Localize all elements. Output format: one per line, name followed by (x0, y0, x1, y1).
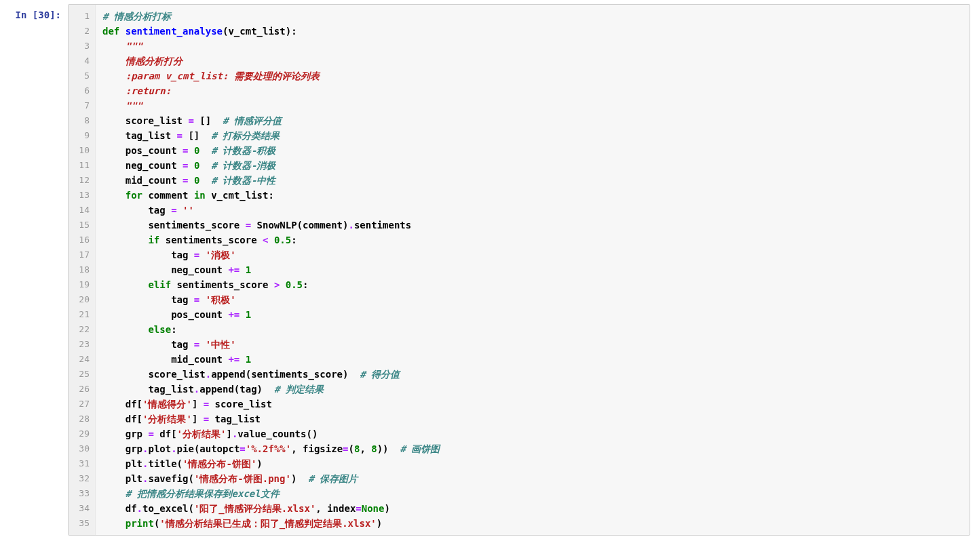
line-number: 21 (71, 307, 90, 322)
line-number: 10 (71, 143, 90, 158)
line-number: 23 (71, 337, 90, 352)
code-line[interactable]: else: (102, 322, 963, 337)
line-number: 8 (71, 113, 90, 128)
line-number: 9 (71, 128, 90, 143)
code-line[interactable]: tag = '消极' (102, 247, 963, 262)
line-number: 26 (71, 382, 90, 397)
line-number: 4 (71, 54, 90, 68)
line-number: 12 (71, 173, 90, 188)
code-line[interactable]: """ (102, 98, 963, 113)
code-line[interactable]: if sentiments_score < 0.5: (102, 233, 963, 247)
line-number: 14 (71, 203, 90, 218)
line-number: 27 (71, 397, 90, 412)
code-line[interactable]: """ (102, 39, 963, 54)
line-number: 2 (71, 24, 90, 39)
line-number: 29 (71, 426, 90, 441)
line-number: 6 (71, 83, 90, 98)
code-line[interactable]: tag_list.append(tag) # 判定结果 (102, 382, 963, 397)
line-number: 32 (71, 471, 90, 486)
code-line[interactable]: # 把情感分析结果保存到excel文件 (102, 486, 963, 501)
line-number: 19 (71, 277, 90, 292)
code-line[interactable]: def sentiment_analyse(v_cmt_list): (102, 24, 963, 39)
code-line[interactable]: mid_count = 0 # 计数器-中性 (102, 173, 963, 188)
line-number: 13 (71, 188, 90, 203)
line-number: 18 (71, 262, 90, 277)
code-line[interactable]: tag = '积极' (102, 292, 963, 307)
code-line[interactable]: sentiments_score = SnowNLP(comment).sent… (102, 218, 963, 233)
line-number: 16 (71, 233, 90, 247)
line-number: 7 (71, 98, 90, 113)
code-line[interactable]: 情感分析打分 (102, 54, 963, 68)
line-number: 3 (71, 39, 90, 54)
code-line[interactable]: grp.plot.pie(autopct='%.2f%%', figsize=(… (102, 441, 963, 456)
line-number: 24 (71, 352, 90, 367)
code-line[interactable]: tag = '中性' (102, 337, 963, 352)
code-line[interactable]: elif sentiments_score > 0.5: (102, 277, 963, 292)
line-number: 31 (71, 456, 90, 471)
line-number: 34 (71, 501, 90, 516)
code-line[interactable]: pos_count = 0 # 计数器-积极 (102, 143, 963, 158)
line-number: 11 (71, 158, 90, 173)
code-line[interactable]: score_list = [] # 情感评分值 (102, 113, 963, 128)
code-line[interactable]: :param v_cmt_list: 需要处理的评论列表 (102, 68, 963, 83)
code-line[interactable]: df.to_excel('阳了_情感评分结果.xlsx', index=None… (102, 501, 963, 516)
line-number: 17 (71, 247, 90, 262)
code-line[interactable]: tag = '' (102, 203, 963, 218)
code-line[interactable]: score_list.append(sentiments_score) # 得分… (102, 367, 963, 382)
line-number: 28 (71, 412, 90, 426)
line-number: 22 (71, 322, 90, 337)
code-line[interactable]: # 情感分析打标 (102, 9, 963, 24)
code-cell: In [30]: 1234567891011121314151617181920… (0, 4, 977, 536)
line-number: 25 (71, 367, 90, 382)
input-area[interactable]: 1234567891011121314151617181920212223242… (68, 4, 970, 536)
code-line[interactable]: df['情感得分'] = score_list (102, 397, 963, 412)
input-prompt: In [30]: (0, 4, 68, 20)
line-number: 20 (71, 292, 90, 307)
line-number: 30 (71, 441, 90, 456)
line-number: 5 (71, 68, 90, 83)
code-line[interactable]: for comment in v_cmt_list: (102, 188, 963, 203)
code-line[interactable]: plt.title('情感分布-饼图') (102, 456, 963, 471)
code-line[interactable]: print('情感分析结果已生成：阳了_情感判定结果.xlsx') (102, 516, 963, 531)
code-line[interactable]: :return: (102, 83, 963, 98)
code-line[interactable]: neg_count += 1 (102, 262, 963, 277)
line-number: 1 (71, 9, 90, 24)
line-number: 33 (71, 486, 90, 501)
line-number: 15 (71, 218, 90, 233)
line-number: 35 (71, 516, 90, 531)
code-line[interactable]: pos_count += 1 (102, 307, 963, 322)
code-line[interactable]: plt.savefig('情感分布-饼图.png') # 保存图片 (102, 471, 963, 486)
code-line[interactable]: df['分析结果'] = tag_list (102, 412, 963, 426)
code-line[interactable]: mid_count += 1 (102, 352, 963, 367)
code-line[interactable]: neg_count = 0 # 计数器-消极 (102, 158, 963, 173)
code-line[interactable]: grp = df['分析结果'].value_counts() (102, 426, 963, 441)
code-editor[interactable]: # 情感分析打标def sentiment_analyse(v_cmt_list… (96, 5, 970, 535)
line-number-gutter: 1234567891011121314151617181920212223242… (69, 5, 96, 535)
code-line[interactable]: tag_list = [] # 打标分类结果 (102, 128, 963, 143)
